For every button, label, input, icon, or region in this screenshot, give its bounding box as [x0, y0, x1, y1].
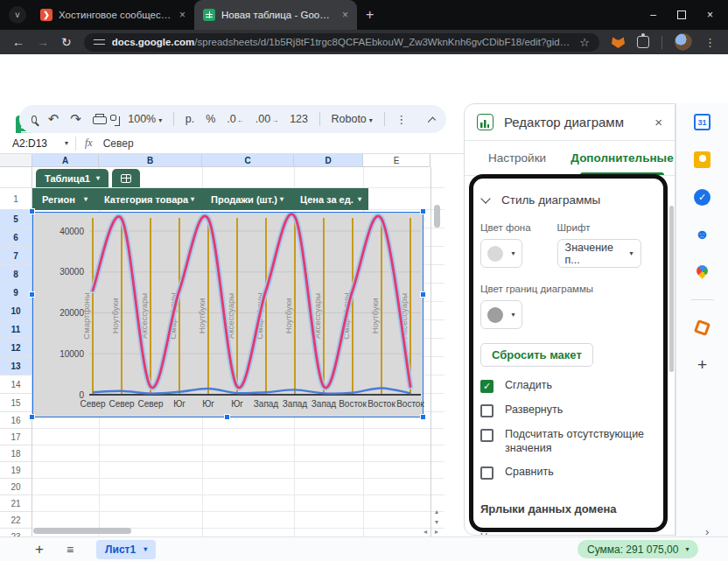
tab-customize[interactable]: Дополнительные — [570, 141, 675, 175]
chart-object[interactable]: 010000200003000040000СмартфоныСеверНоутб… — [32, 212, 424, 417]
tab-search-chevron-icon[interactable]: ˅ — [9, 6, 26, 24]
increase-decimal-button[interactable]: .00→ — [256, 113, 278, 125]
bookmark-star-icon[interactable]: ☆ — [579, 36, 590, 49]
checkbox-option-0[interactable]: ✓Сгладить — [480, 379, 675, 393]
row-header-7[interactable]: 7 — [0, 247, 32, 265]
sum-status-pill[interactable]: Сумма: 291 075,00 ▾ — [578, 540, 698, 558]
back-button[interactable]: ← — [12, 35, 24, 49]
maps-icon[interactable] — [694, 263, 710, 278]
row-header-20[interactable]: 20 — [0, 479, 32, 495]
row-header-6[interactable]: 6 — [0, 228, 32, 247]
row-header-8[interactable]: 8 — [0, 265, 32, 284]
keep-icon[interactable] — [694, 151, 710, 168]
column-header-A[interactable]: A — [32, 154, 99, 167]
vertical-scrollbar[interactable] — [434, 205, 440, 228]
row-header-chip-row[interactable] — [0, 167, 32, 188]
table-column-3[interactable]: Цена за ед.▾ — [290, 194, 368, 205]
chart-border-color-select[interactable]: ▾ — [480, 300, 522, 329]
collapse-toolbar-icon[interactable] — [428, 117, 436, 125]
row-header-9[interactable]: 9 — [0, 284, 32, 302]
more-options-icon[interactable]: ⋮ — [396, 113, 407, 126]
browser-tab-active[interactable]: Новая таблица - Google Табли × — [194, 0, 357, 30]
print-icon[interactable] — [93, 114, 99, 125]
site-settings-icon[interactable] — [94, 38, 105, 47]
metamask-extension-icon[interactable] — [612, 36, 625, 48]
row-header-19[interactable]: 19 — [0, 462, 32, 479]
chart-font-select[interactable]: Значение п... ▾ — [557, 239, 641, 268]
tab-settings[interactable]: Настройки — [465, 141, 570, 175]
new-tab-button[interactable]: + — [366, 7, 374, 23]
horizontal-scrollbar[interactable] — [33, 528, 131, 534]
extensions-icon[interactable] — [637, 36, 649, 48]
chart-selection-handle[interactable] — [224, 414, 230, 420]
scroll-left-icon[interactable]: ◂ — [424, 528, 427, 536]
row-header-11[interactable]: 11 — [0, 320, 32, 339]
column-header-B[interactable]: B — [99, 154, 202, 167]
table-column-0[interactable]: Регион▾ — [32, 194, 94, 205]
table-menu-chip[interactable] — [112, 169, 140, 187]
row-header-1[interactable]: 1 — [0, 188, 32, 210]
redo-icon[interactable]: ↷ — [70, 111, 81, 127]
scroll-up-icon[interactable]: ▴ — [435, 508, 438, 515]
chart-selection-handle[interactable] — [420, 291, 426, 298]
row-header-16[interactable]: 16 — [0, 412, 32, 429]
row-header-13[interactable]: 13 — [0, 357, 32, 375]
checkbox-option-2[interactable]: Подсчитать отсутствующие значения — [480, 428, 675, 455]
scroll-right-icon[interactable]: ▸ — [435, 528, 438, 536]
sheet-tab-active[interactable]: Лист1 ▾ — [96, 540, 156, 559]
all-sheets-menu-icon[interactable]: ≡ — [66, 543, 74, 557]
add-sheet-button[interactable]: + — [35, 541, 44, 558]
table-name-chip[interactable]: Таблица1 ▾ — [36, 169, 108, 187]
row-header-23[interactable]: 23 — [0, 529, 32, 536]
forward-button[interactable]: → — [37, 35, 49, 49]
checkbox-option-1[interactable]: Развернуть — [480, 403, 675, 417]
column-header-D[interactable]: D — [294, 154, 363, 167]
currency-format-button[interactable]: р. — [186, 113, 194, 125]
column-header-E[interactable]: E — [363, 154, 430, 167]
row-header-17[interactable]: 17 — [0, 429, 32, 445]
row-header-18[interactable]: 18 — [0, 445, 32, 462]
chart-selection-handle[interactable] — [420, 208, 426, 214]
reset-layout-button[interactable]: Сбросить макет — [480, 343, 593, 367]
checkbox-option-3[interactable]: Сравнить — [480, 466, 675, 480]
search-icon[interactable] — [32, 116, 37, 123]
panel-close-icon[interactable]: × — [654, 115, 662, 130]
table-column-1[interactable]: Категория товара▾ — [94, 194, 201, 205]
chart-selection-handle[interactable] — [29, 208, 35, 214]
number-format-button[interactable]: 123 — [290, 113, 308, 125]
row-header-22[interactable]: 22 — [0, 512, 32, 529]
undo-icon[interactable]: ↶ — [48, 111, 60, 127]
chart-selection-handle[interactable] — [420, 414, 426, 420]
calendar-icon[interactable]: 31 — [694, 114, 710, 130]
browser-tab-inactive[interactable]: ❯ Хостинговое сообщество «Tim × — [32, 0, 194, 30]
row-header-14[interactable]: 14 — [0, 375, 32, 394]
address-bar[interactable]: docs.google.com/spreadsheets/d/1b5Rj8tF1… — [84, 33, 599, 52]
window-maximize-button[interactable] — [677, 11, 686, 19]
tasks-icon[interactable]: ✓ — [694, 189, 710, 206]
table-column-2[interactable]: Продажи (шт.)▾ — [201, 194, 290, 205]
hide-side-panel-icon[interactable]: › — [705, 525, 709, 538]
formula-input[interactable]: Север — [103, 137, 134, 150]
chart-selection-handle[interactable] — [29, 291, 35, 298]
reload-button[interactable]: ↻ — [61, 35, 72, 49]
column-header-C[interactable]: C — [202, 154, 294, 167]
scroll-down-icon[interactable]: ▾ — [435, 518, 438, 526]
chart-selection-handle[interactable] — [29, 414, 35, 420]
decrease-decimal-button[interactable]: .0← — [227, 113, 243, 125]
browser-profile-avatar[interactable] — [675, 33, 692, 51]
row-header-21[interactable]: 21 — [0, 495, 32, 512]
tab-close-icon[interactable]: × — [179, 9, 186, 21]
row-header-15[interactable]: 15 — [0, 394, 32, 412]
panel-scrollbar[interactable] — [669, 206, 674, 372]
contacts-icon[interactable]: ☻ — [695, 227, 710, 242]
row-header-5[interactable]: 5 — [0, 210, 32, 228]
name-box[interactable]: A2:D13 ▾ — [0, 137, 75, 150]
window-minimize-button[interactable]: – — [650, 9, 656, 21]
row-header-12[interactable]: 12 — [0, 339, 32, 357]
background-color-select[interactable]: ▾ — [480, 239, 522, 268]
chart-style-section-header[interactable]: Стиль диаграммы — [482, 193, 675, 207]
browser-menu-icon[interactable]: ⋮ — [704, 36, 716, 49]
add-addon-button[interactable]: + — [697, 355, 707, 375]
row-header-10[interactable]: 10 — [0, 302, 32, 320]
tab-close-icon[interactable]: × — [342, 9, 348, 21]
